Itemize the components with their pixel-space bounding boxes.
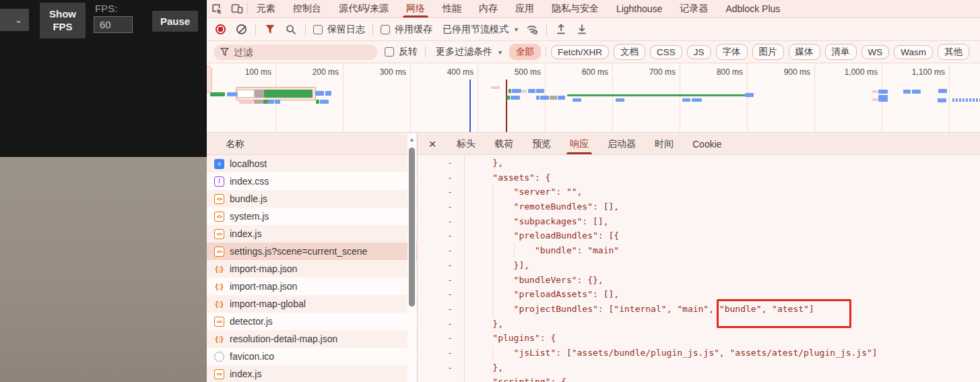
fold-marker[interactable]: -	[418, 156, 464, 170]
fold-marker[interactable]: -	[418, 273, 464, 288]
tab-main-1[interactable]: 控制台	[284, 0, 330, 18]
code-line: - "preloadBundles": [{	[418, 228, 980, 243]
waterfall-bar	[522, 90, 527, 93]
close-icon[interactable]: ×	[418, 133, 447, 154]
clear-icon[interactable]	[234, 23, 248, 36]
chip-8[interactable]: 清单	[825, 44, 857, 60]
request-row[interactable]: {:}import-map.json	[207, 278, 417, 295]
preserve-log-label: 保留日志	[327, 24, 365, 36]
waterfall-bar	[912, 90, 921, 94]
fold-marker[interactable]: -	[418, 258, 464, 273]
scrollbar-thumb[interactable]	[409, 148, 415, 307]
fold-marker[interactable]: -	[418, 185, 464, 199]
tab-main-3[interactable]: 网络	[397, 0, 434, 18]
fold-marker[interactable]: -	[418, 331, 464, 346]
tab-main-8[interactable]: Lighthouse	[608, 0, 672, 18]
tab-detail-1[interactable]: 载荷	[485, 133, 523, 154]
chip-5[interactable]: 字体	[716, 44, 748, 60]
fps-value-field[interactable]: 60	[94, 16, 133, 33]
waterfall-bar	[210, 92, 225, 96]
chip-7[interactable]: 媒体	[789, 44, 820, 60]
throttling-select[interactable]: 已停用节流模式 ▾	[443, 24, 518, 36]
chip-3[interactable]: CSS	[650, 45, 682, 59]
fold-marker[interactable]: -	[418, 360, 464, 375]
waterfall-bar	[558, 96, 565, 100]
ruler-label: 600 ms	[554, 67, 608, 77]
device-toolbar-icon[interactable]	[227, 0, 247, 18]
ruler-label: 700 ms	[622, 67, 676, 77]
fold-marker[interactable]: -	[418, 214, 464, 229]
fold-marker[interactable]: -	[418, 199, 464, 214]
tab-detail-6[interactable]: Cookie	[683, 133, 731, 154]
tab-main-0[interactable]: 元素	[248, 0, 284, 18]
network-overview[interactable]: 100 ms200 ms300 ms400 ms500 ms600 ms700 …	[207, 63, 980, 133]
request-row[interactable]: <>detector.js	[207, 313, 417, 330]
search-icon[interactable]	[284, 23, 298, 36]
fold-marker[interactable]: -	[418, 317, 464, 331]
code-line: - "scripting": {	[418, 375, 980, 382]
chip-0[interactable]: 全部	[509, 44, 541, 60]
record-icon[interactable]	[214, 23, 227, 36]
tab-main-5[interactable]: 内存	[470, 0, 507, 18]
request-row[interactable]: {:}resolution-detail-map.json	[207, 330, 417, 348]
tab-main-4[interactable]: 性能	[434, 0, 470, 18]
tab-main-6[interactable]: 应用	[507, 0, 543, 18]
request-row[interactable]: <>index.js	[207, 365, 417, 382]
chip-1[interactable]: Fetch/XHR	[551, 45, 609, 59]
request-row[interactable]: favicon.ico	[207, 348, 417, 365]
tab-detail-3[interactable]: 响应	[560, 133, 598, 154]
request-row[interactable]: <>settings.js?scene=current_scene	[207, 243, 417, 260]
code-text: "preloadAssets": [],	[464, 287, 619, 302]
tab-main-9[interactable]: 记录器	[671, 0, 717, 18]
more-filters-dropdown[interactable]: 更多过滤条件 ▾	[436, 46, 502, 58]
tab-main-10[interactable]: Adblock Plus	[717, 0, 789, 18]
overview-left-handle[interactable]	[207, 66, 212, 93]
ruler-label: 1,000 ms	[824, 67, 878, 77]
show-fps-button[interactable]: Show FPS	[40, 3, 86, 38]
request-row[interactable]: {:}import-map.json	[207, 260, 417, 278]
filter-input[interactable]	[234, 46, 355, 57]
export-har-icon[interactable]	[554, 23, 568, 36]
red-annotation-box	[717, 299, 851, 328]
requests-scrollbar[interactable]: ▲	[407, 133, 416, 382]
filter-funnel-icon[interactable]	[263, 23, 277, 36]
tab-detail-2[interactable]: 预览	[523, 133, 560, 154]
request-row[interactable]: ≡localhost	[207, 155, 417, 172]
chip-6[interactable]: 图片	[752, 44, 784, 60]
fold-marker[interactable]: -	[418, 243, 464, 258]
request-row[interactable]: /index.css	[207, 172, 417, 190]
fold-marker[interactable]: -	[418, 228, 464, 243]
request-row[interactable]: {:}import-map-global	[207, 295, 417, 313]
fold-marker[interactable]: -	[418, 287, 464, 302]
tab-detail-5[interactable]: 时间	[645, 133, 683, 154]
chip-4[interactable]: JS	[687, 45, 711, 59]
invert-checkbox[interactable]	[385, 47, 394, 57]
tab-detail-0[interactable]: 标头	[447, 133, 485, 154]
request-row[interactable]: <>index.js	[207, 225, 417, 243]
scroll-up-icon[interactable]: ▲	[409, 137, 415, 143]
preserve-log-checkbox[interactable]	[313, 25, 323, 34]
fold-marker[interactable]: -	[418, 346, 464, 360]
pause-button[interactable]: Pause	[152, 11, 198, 32]
chip-11[interactable]: 其他	[938, 44, 969, 60]
network-conditions-icon[interactable]	[525, 23, 539, 36]
tab-detail-4[interactable]: 启动器	[598, 133, 645, 154]
indent-guide	[514, 243, 515, 257]
tab-main-7[interactable]: 隐私与安全	[543, 0, 608, 18]
fold-marker[interactable]: -	[418, 170, 464, 185]
chip-10[interactable]: Wasm	[894, 45, 933, 59]
inspect-icon[interactable]	[207, 0, 227, 18]
import-har-icon[interactable]	[575, 23, 589, 36]
fold-marker[interactable]: -	[418, 302, 464, 317]
requests-header-name[interactable]: 名称	[207, 133, 417, 155]
disable-cache-checkbox[interactable]	[381, 25, 390, 34]
chip-9[interactable]: WS	[861, 45, 890, 59]
fold-marker[interactable]: -	[418, 375, 464, 382]
request-row[interactable]: <>system.js	[207, 208, 417, 225]
chip-2[interactable]: 文档	[614, 44, 645, 60]
request-name: resolution-detail-map.json	[230, 333, 337, 344]
tab-main-2[interactable]: 源代码/来源	[330, 0, 397, 18]
json-icon: {:}	[214, 334, 224, 344]
request-row[interactable]: <>bundle.js	[207, 190, 417, 208]
fps-dropdown[interactable]: ⌄	[0, 9, 29, 31]
